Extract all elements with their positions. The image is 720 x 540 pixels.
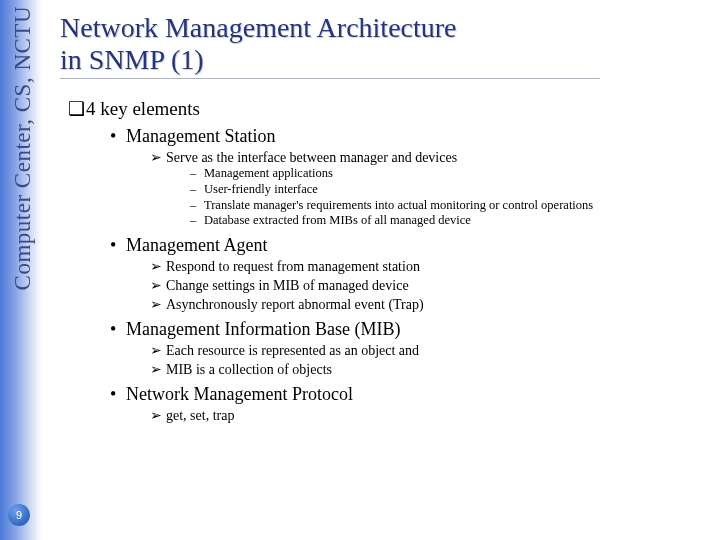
slide-title: Network Management Architecture in SNMP … bbox=[60, 12, 710, 76]
lvl4-item: –Translate manager's requirements into a… bbox=[190, 198, 710, 214]
lvl2-item: •Management Agent bbox=[110, 235, 710, 256]
bullet-icon: • bbox=[110, 126, 126, 147]
lvl2-item: •Network Management Protocol bbox=[110, 384, 710, 405]
bullet-icon: • bbox=[110, 235, 126, 256]
bullet-icon: • bbox=[110, 319, 126, 340]
lvl3-text: Change settings in MIB of managed device bbox=[166, 278, 409, 293]
lvl3-text: Asynchronously report abnormal event (Tr… bbox=[166, 297, 424, 312]
lvl4-item: –User-friendly interface bbox=[190, 182, 710, 198]
page-number-badge: 9 bbox=[8, 504, 30, 526]
lvl3-item: ➢Change settings in MIB of managed devic… bbox=[150, 277, 710, 294]
lvl3-text: get, set, trap bbox=[166, 408, 234, 423]
square-bullet-icon: ❑ bbox=[68, 97, 86, 120]
lvl3-item: ➢Respond to request from management stat… bbox=[150, 258, 710, 275]
lvl3-item: ➢Each resource is represented as an obje… bbox=[150, 342, 710, 359]
dash-icon: – bbox=[190, 198, 204, 214]
arrow-icon: ➢ bbox=[150, 361, 166, 377]
lvl3-item: ➢get, set, trap bbox=[150, 407, 710, 424]
title-line-1: Network Management Architecture bbox=[60, 12, 457, 43]
lvl3-item: ➢Serve as the interface between manager … bbox=[150, 149, 710, 166]
lvl4-text: Database extracted from MIBs of all mana… bbox=[204, 213, 471, 227]
arrow-icon: ➢ bbox=[150, 149, 166, 165]
lvl3-text: MIB is a collection of objects bbox=[166, 362, 332, 377]
lvl1-heading: ❑4 key elements bbox=[68, 97, 710, 120]
dash-icon: – bbox=[190, 166, 204, 182]
lvl4-item: –Management applications bbox=[190, 166, 710, 182]
lvl2-label: Network Management Protocol bbox=[126, 384, 353, 404]
sidebar-label: Computer Center, CS, NCTU bbox=[10, 6, 36, 290]
bullet-icon: • bbox=[110, 384, 126, 405]
arrow-icon: ➢ bbox=[150, 277, 166, 293]
lvl1-text: 4 key elements bbox=[86, 98, 200, 119]
title-underline bbox=[60, 78, 600, 79]
dash-icon: – bbox=[190, 182, 204, 198]
slide: Computer Center, CS, NCTU 9 Network Mana… bbox=[0, 0, 720, 540]
lvl2-item: •Management Information Base (MIB) bbox=[110, 319, 710, 340]
sidebar-gradient: Computer Center, CS, NCTU bbox=[0, 0, 42, 540]
lvl4-text: Management applications bbox=[204, 166, 333, 180]
arrow-icon: ➢ bbox=[150, 296, 166, 312]
lvl4-item: –Database extracted from MIBs of all man… bbox=[190, 213, 710, 229]
lvl2-item: •Management Station bbox=[110, 126, 710, 147]
arrow-icon: ➢ bbox=[150, 258, 166, 274]
arrow-icon: ➢ bbox=[150, 407, 166, 423]
lvl2-label: Management Agent bbox=[126, 235, 267, 255]
content-area: Network Management Architecture in SNMP … bbox=[60, 12, 710, 424]
lvl3-item: ➢Asynchronously report abnormal event (T… bbox=[150, 296, 710, 313]
lvl3-text: Serve as the interface between manager a… bbox=[166, 150, 457, 165]
dash-icon: – bbox=[190, 213, 204, 229]
lvl4-text: Translate manager's requirements into ac… bbox=[204, 198, 593, 212]
lvl3-item: ➢MIB is a collection of objects bbox=[150, 361, 710, 378]
arrow-icon: ➢ bbox=[150, 342, 166, 358]
lvl3-text: Respond to request from management stati… bbox=[166, 259, 420, 274]
lvl2-label: Management Station bbox=[126, 126, 275, 146]
title-line-2: in SNMP (1) bbox=[60, 44, 204, 75]
body: ❑4 key elements •Management Station ➢Ser… bbox=[60, 97, 710, 424]
lvl2-label: Management Information Base (MIB) bbox=[126, 319, 400, 339]
lvl4-text: User-friendly interface bbox=[204, 182, 318, 196]
lvl3-text: Each resource is represented as an objec… bbox=[166, 343, 419, 358]
